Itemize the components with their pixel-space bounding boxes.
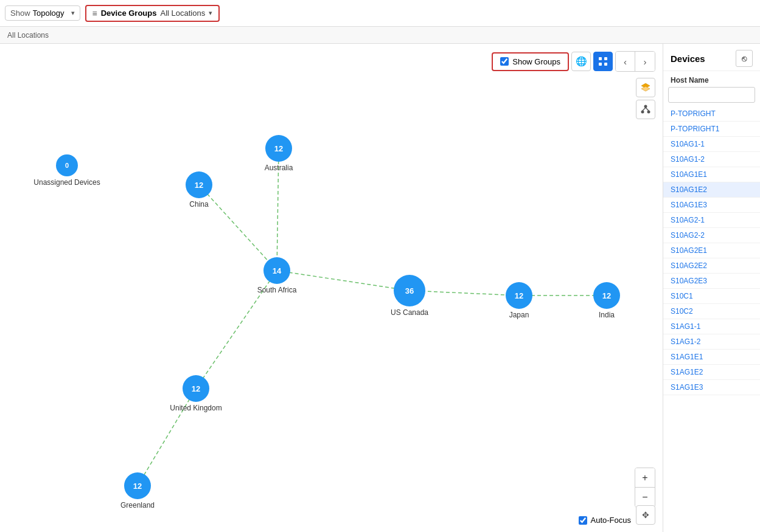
device-item[interactable]: S1AG1E2	[663, 365, 760, 380]
node-label: South Africa	[257, 286, 297, 294]
svg-marker-5	[641, 86, 650, 91]
device-item[interactable]: S1AG1E3	[663, 380, 760, 395]
show-label: Show	[10, 9, 30, 18]
node-count: 12	[133, 482, 142, 491]
device-item[interactable]: P-TOPRIGHT	[663, 106, 760, 122]
move-icon: ✥	[642, 510, 649, 520]
device-item[interactable]: S10AG1-1	[663, 137, 760, 152]
node-label: Australia	[265, 164, 293, 172]
topology-edge	[410, 291, 519, 295]
device-item[interactable]: S1AG1E1	[663, 350, 760, 365]
topology-select-wrapper[interactable]: Topology	[33, 9, 75, 18]
device-item[interactable]: S10AG1E2	[663, 182, 760, 198]
right-panel: Devices ⎋ Host Name P-TOPRIGHTP-TOPRIGHT…	[663, 44, 760, 532]
show-groups-label: Show Groups	[512, 57, 560, 66]
topology-node-australia[interactable]: 12Australia	[265, 135, 293, 172]
svg-rect-1	[604, 57, 607, 60]
device-item[interactable]: S1AG1-2	[663, 334, 760, 350]
node-count: 12	[515, 291, 523, 300]
svg-rect-0	[599, 57, 602, 60]
node-count: 14	[273, 266, 282, 275]
chevron-left-icon: ‹	[624, 57, 627, 67]
nav-btn-group: ‹ ›	[615, 51, 655, 72]
globe-icon: 🌐	[576, 56, 587, 67]
node-count: 0	[65, 162, 69, 169]
device-item[interactable]: S10AG2E3	[663, 274, 760, 289]
node-count: 12	[274, 144, 283, 153]
node-label: Japan	[509, 311, 529, 319]
move-button[interactable]: ✥	[636, 505, 655, 525]
topology-node-india[interactable]: 12India	[593, 282, 620, 319]
topology-node-greenland[interactable]: 12Greenland	[120, 472, 155, 510]
node-label: Unassigned Devices	[33, 178, 100, 187]
topology-edge	[277, 271, 410, 291]
device-item[interactable]: S1AG1-1	[663, 319, 760, 334]
show-section[interactable]: Show Topology	[5, 5, 80, 21]
zoom-out-button[interactable]: −	[635, 488, 655, 507]
device-groups-chevron-icon: ▾	[209, 9, 212, 17]
breadcrumb-text: All Locations	[7, 31, 49, 40]
device-groups-section[interactable]: ≡ Device Groups All Locations ▾	[85, 5, 220, 22]
export-button[interactable]: ⎋	[736, 50, 753, 67]
tree-button[interactable]	[636, 100, 655, 119]
nav-right-button[interactable]: ›	[635, 52, 655, 71]
show-groups-button[interactable]: Show Groups	[492, 52, 569, 71]
node-label: United Kingdom	[170, 404, 221, 412]
topology-node-uk[interactable]: 12United Kingdom	[170, 375, 221, 412]
layers-icon	[640, 82, 651, 93]
device-item[interactable]: S10AG2E1	[663, 243, 760, 258]
device-item[interactable]: S10AG2-2	[663, 228, 760, 243]
device-item[interactable]: P-TOPRIGHT1	[663, 122, 760, 137]
svg-rect-3	[604, 63, 607, 66]
autofocus-bar: Auto-Focus	[579, 516, 631, 525]
topo-controls: Show Groups 🌐 ‹ ›	[492, 51, 655, 72]
device-item[interactable]: S10AG1E3	[663, 198, 760, 213]
node-count: 12	[192, 384, 200, 393]
topology-edge	[199, 185, 277, 271]
zoom-in-button[interactable]: +	[635, 468, 655, 488]
svg-point-7	[641, 111, 644, 114]
tree-icon	[640, 104, 651, 115]
show-groups-checkbox[interactable]	[500, 57, 509, 66]
svg-rect-2	[599, 63, 602, 66]
globe-icon-button[interactable]: 🌐	[571, 52, 591, 71]
svg-line-10	[646, 108, 649, 111]
topology-select[interactable]: Topology	[33, 9, 75, 18]
layers-button[interactable]	[636, 78, 655, 97]
svg-line-9	[643, 108, 646, 111]
device-item[interactable]: S10AG2E2	[663, 258, 760, 274]
topology-node-china[interactable]: 12China	[186, 171, 212, 209]
device-item[interactable]: S10AG2-1	[663, 213, 760, 228]
topology-node-japan[interactable]: 12Japan	[506, 282, 532, 319]
topology-icon-button[interactable]	[593, 52, 613, 71]
export-icon: ⎋	[742, 54, 747, 63]
svg-point-6	[644, 105, 647, 108]
zoom-controls: + −	[635, 468, 655, 508]
device-item[interactable]: S10C2	[663, 304, 760, 319]
topology-edge	[138, 389, 196, 486]
topology-node-south_africa[interactable]: 14South Africa	[257, 257, 297, 294]
topology-grid-icon	[598, 57, 608, 66]
device-item[interactable]: S10C1	[663, 289, 760, 304]
devices-title: Devices	[671, 54, 705, 64]
chevron-right-icon: ›	[644, 57, 647, 67]
main-layout: Show Groups 🌐 ‹ ›	[0, 44, 760, 532]
topology-node-us_canada[interactable]: 36US Canada	[391, 275, 428, 317]
autofocus-checkbox[interactable]	[579, 516, 587, 525]
hostname-label: Host Name	[663, 71, 760, 87]
node-count: 12	[195, 181, 203, 190]
nav-left-button[interactable]: ‹	[616, 52, 635, 71]
node-label: China	[189, 200, 209, 209]
node-count: 36	[405, 286, 414, 295]
layer-controls	[636, 78, 655, 119]
node-count: 12	[602, 291, 611, 300]
device-item[interactable]: S10AG1E1	[663, 167, 760, 182]
breadcrumb: All Locations	[0, 27, 760, 44]
topology-node-unassigned[interactable]: 0Unassigned Devices	[33, 154, 100, 187]
hostname-filter-input[interactable]	[668, 87, 755, 103]
svg-point-8	[647, 111, 650, 114]
device-groups-label: Device Groups	[101, 9, 157, 18]
autofocus-label: Auto-Focus	[591, 516, 631, 525]
device-item[interactable]: S10AG1-2	[663, 152, 760, 167]
topology-svg: 0Unassigned Devices12Australia12China14S…	[0, 44, 663, 532]
